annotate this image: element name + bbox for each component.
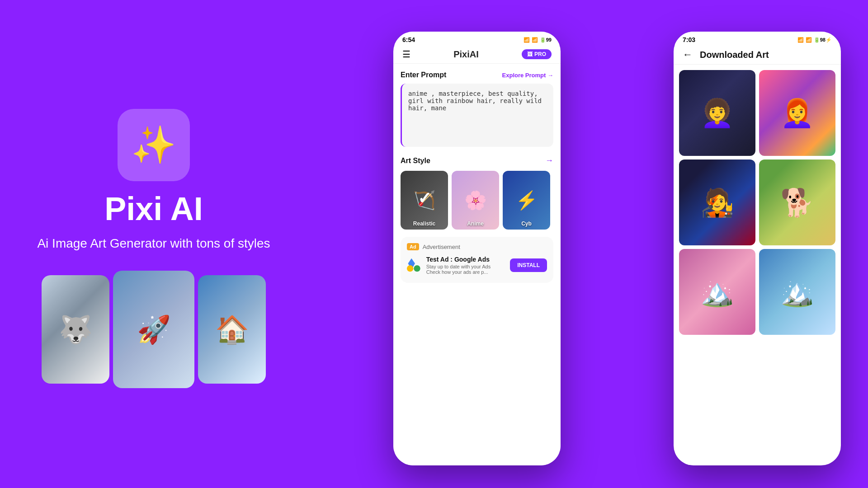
ad-content: Test Ad : Google Ads Stay up to date wit… <box>407 254 547 277</box>
prompt-header: Enter Prompt Explore Prompt → <box>401 71 553 79</box>
realistic-label: Realistic <box>401 221 448 227</box>
gallery-item-6[interactable] <box>759 249 835 335</box>
status-bar-2: 7:03 📶 📶 🔋98⚡ <box>674 32 841 45</box>
page-title: Downloaded Art <box>700 50 769 60</box>
prompt-section: Enter Prompt Explore Prompt → anime , ma… <box>401 71 553 149</box>
signal-icon-2: 📶 <box>806 37 812 43</box>
preview-images <box>42 271 266 388</box>
phone-header-2: ← Downloaded Art <box>674 45 841 65</box>
svg-point-2 <box>407 265 413 272</box>
wifi-icon: 📶 <box>524 37 530 43</box>
art-style-section: Art Style → 🏹 ✓ Realistic 🌸 Anime ⚡ Cyb <box>401 156 553 230</box>
app-title: PixiAI <box>453 49 479 60</box>
battery-icon-2: 🔋98⚡ <box>814 37 832 43</box>
style-card-cyber[interactable]: ⚡ Cyb <box>503 171 550 230</box>
pro-icon: 🖼 <box>527 51 533 57</box>
art-style-arrow[interactable]: → <box>545 156 553 165</box>
hamburger-icon[interactable]: ☰ <box>402 49 410 60</box>
style-card-realistic[interactable]: 🏹 ✓ Realistic <box>401 171 448 230</box>
wifi-icon-2: 📶 <box>797 37 804 43</box>
left-section: ✨ Pixi AI Ai Image Art Generator with to… <box>27 100 280 388</box>
gallery-item-5[interactable] <box>679 249 755 335</box>
logo-circle: ✨ <box>118 109 190 181</box>
ad-label: Advertisement <box>423 244 460 250</box>
battery-icon-1: 🔋99 <box>540 37 552 43</box>
ad-header: Ad Advertisement <box>407 243 547 250</box>
logo-icon: ✨ <box>131 124 176 166</box>
anime-label: Anime <box>452 221 499 227</box>
time-2: 7:03 <box>683 36 695 43</box>
status-bar-1: 6:54 📶 📶 🔋99 <box>393 32 561 45</box>
pro-label: PRO <box>534 51 546 57</box>
signal-icon: 📶 <box>532 37 538 43</box>
art-style-header: Art Style → <box>401 156 553 165</box>
phone-content-1: Enter Prompt Explore Prompt → anime , ma… <box>393 64 561 465</box>
gallery-item-1[interactable] <box>679 70 755 156</box>
prompt-label: Enter Prompt <box>401 71 446 79</box>
app-tagline: Ai Image Art Generator with tons of styl… <box>37 235 270 252</box>
house-preview <box>198 275 266 384</box>
status-icons-1: 📶 📶 🔋99 <box>524 37 552 43</box>
back-button[interactable]: ← <box>683 49 693 61</box>
pro-badge[interactable]: 🖼 PRO <box>522 49 552 59</box>
style-card-anime[interactable]: 🌸 Anime <box>452 171 499 230</box>
ad-badge: Ad <box>407 243 419 250</box>
gallery-item-2[interactable] <box>759 70 835 156</box>
google-ads-icon <box>407 254 421 277</box>
app-name: Pixi AI <box>104 190 203 227</box>
phone-2: 7:03 📶 📶 🔋98⚡ ← Downloaded Art <box>674 32 841 465</box>
prompt-input[interactable]: anime , masterpiece, best quality, girl … <box>401 84 553 147</box>
gallery-item-3[interactable] <box>679 160 755 245</box>
ad-section: Ad Advertisement Test Ad : Google Ads St… <box>401 237 553 283</box>
cyber-label: Cyb <box>503 221 550 227</box>
astronaut-preview <box>113 271 194 388</box>
art-style-label: Art Style <box>401 157 430 165</box>
style-cards: 🏹 ✓ Realistic 🌸 Anime ⚡ Cyb <box>401 171 553 230</box>
phone-header-1: ☰ PixiAI 🖼 PRO <box>393 45 561 64</box>
ad-text: Test Ad : Google Ads Stay up to date wit… <box>426 256 505 275</box>
time-1: 6:54 <box>402 36 415 43</box>
phone-1: 6:54 📶 📶 🔋99 ☰ PixiAI 🖼 PRO Enter Prompt… <box>393 32 561 465</box>
check-icon: ✓ <box>418 189 431 208</box>
wolf-preview <box>42 275 109 384</box>
ad-title: Test Ad : Google Ads <box>426 256 505 263</box>
gallery-grid <box>674 65 841 340</box>
svg-point-1 <box>414 265 420 272</box>
ad-description: Stay up to date with your Ads Check how … <box>426 264 505 275</box>
status-icons-2: 📶 📶 🔋98⚡ <box>797 37 832 43</box>
gallery-item-4[interactable] <box>759 160 835 245</box>
install-button[interactable]: INSTALL <box>510 258 547 272</box>
explore-link[interactable]: Explore Prompt → <box>502 72 553 79</box>
